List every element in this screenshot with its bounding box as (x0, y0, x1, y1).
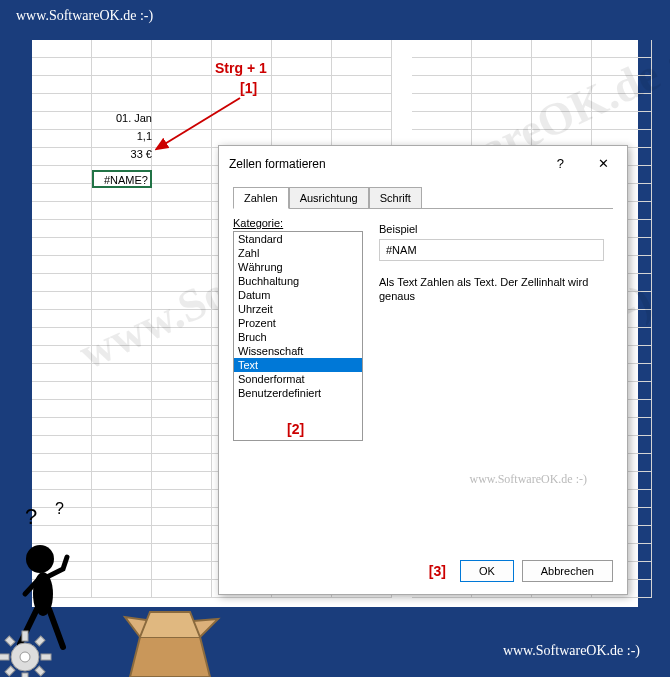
svg-rect-11 (5, 636, 15, 646)
annotation-marker-2: [2] (287, 421, 304, 437)
category-item[interactable]: Wissenschaft (234, 344, 362, 358)
category-item[interactable]: Uhrzeit (234, 302, 362, 316)
category-item[interactable]: Benutzerdefiniert (234, 386, 362, 400)
gear-icon (0, 627, 55, 677)
svg-rect-8 (22, 673, 28, 677)
watermark-bottom: www.SoftwareOK.de :-) (503, 643, 640, 659)
cell-selected[interactable]: #NAME? (92, 170, 152, 188)
category-item[interactable]: Standard (234, 232, 362, 246)
svg-text:?: ? (25, 504, 37, 529)
tab-alignment[interactable]: Ausrichtung (289, 187, 369, 208)
cell-date[interactable]: 01. Jan (94, 112, 152, 124)
svg-rect-13 (35, 636, 45, 646)
svg-point-3 (26, 545, 54, 573)
watermark-dialog: www.SoftwareOK.de :-) (469, 472, 587, 487)
sample-box: #NAM (379, 239, 604, 261)
svg-rect-12 (35, 666, 45, 676)
category-listbox[interactable]: StandardZahlWährungBuchhaltungDatumUhrze… (233, 231, 363, 441)
svg-rect-14 (5, 666, 15, 676)
svg-rect-7 (22, 631, 28, 641)
category-item[interactable]: Sonderformat (234, 372, 362, 386)
watermark-top: www.SoftwareOK.de :-) (16, 8, 153, 24)
dialog-help-button[interactable]: ? (549, 154, 572, 173)
category-item[interactable]: Buchhaltung (234, 274, 362, 288)
dialog-titlebar: Zellen formatieren ? ✕ (219, 146, 627, 181)
ok-button[interactable]: OK (460, 560, 514, 582)
tab-numbers[interactable]: Zahlen (233, 187, 289, 209)
dialog-title: Zellen formatieren (229, 157, 326, 171)
sample-label: Beispiel (379, 223, 604, 235)
cancel-button[interactable]: Abbrechen (522, 560, 613, 582)
open-box-icon (110, 587, 230, 677)
category-item[interactable]: Währung (234, 260, 362, 274)
annotation-marker-3: [3] (429, 560, 446, 582)
svg-point-6 (20, 652, 30, 662)
category-item[interactable]: Zahl (234, 246, 362, 260)
svg-rect-9 (0, 654, 9, 660)
category-item[interactable]: Text (234, 358, 362, 372)
format-description: Als Text Zahlen als Text. Der Zellinhalt… (379, 275, 604, 304)
dialog-tabs: Zahlen Ausrichtung Schrift (233, 187, 613, 209)
format-cells-dialog: Zellen formatieren ? ✕ Zahlen Ausrichtun… (218, 145, 628, 595)
category-item[interactable]: Prozent (234, 316, 362, 330)
category-item[interactable]: Bruch (234, 330, 362, 344)
category-item[interactable]: Datum (234, 288, 362, 302)
cell-number[interactable]: 1,1 (94, 130, 152, 142)
svg-text:?: ? (55, 500, 64, 517)
close-icon[interactable]: ✕ (590, 154, 617, 173)
svg-rect-10 (41, 654, 51, 660)
svg-line-0 (163, 98, 240, 145)
annotation-shortcut: Strg + 1 (215, 60, 267, 76)
tab-font[interactable]: Schrift (369, 187, 422, 208)
cell-currency[interactable]: 33 € (94, 148, 152, 160)
